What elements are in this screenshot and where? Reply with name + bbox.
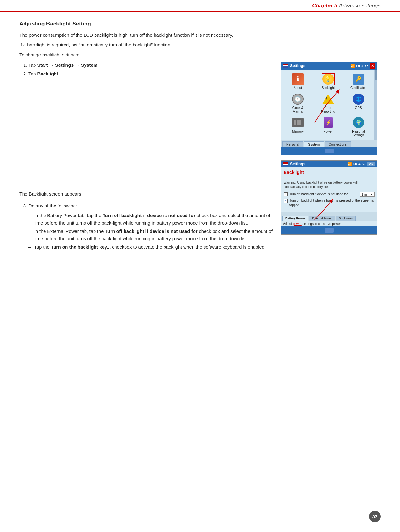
sub-step-1: In the Battery Power tab, tap the Turn o… — [28, 212, 273, 226]
wm-bottom-text: Adjust power settings to conserve power. — [281, 221, 377, 226]
wm-titlebar-1: Settings 📶 Fn 4:57 ✕ — [281, 62, 377, 70]
wm-icon-power[interactable]: ⚡ Power — [314, 116, 342, 137]
memory-chip — [294, 120, 296, 125]
step-1: Tap Start → Settings → System. — [28, 62, 273, 69]
wm-flag-icon-2 — [283, 162, 288, 166]
wm-icon-grid: ℹ About 💡 Backligh — [281, 70, 377, 140]
right-column: Settings 📶 Fn 4:57 ✕ — [281, 62, 381, 252]
wm-checkbox-1-label: Turn off backlight if device is not used… — [289, 192, 359, 196]
left-column: Tap Start → Settings → System. Tap Backl… — [19, 62, 273, 252]
wm-icon-gps[interactable]: 🌐 GPS — [344, 93, 373, 113]
wm-taskbar-1 — [281, 147, 377, 155]
wm-icon-about[interactable]: ℹ About — [284, 73, 312, 90]
screenshot-backlight-settings: Settings 📶 Fn 4:59 ok Backlight Warning:… — [281, 160, 377, 235]
wm-taskbar-2 — [281, 226, 377, 234]
regional-label: RegionalSettings — [352, 130, 365, 137]
wm-scrollbar-1[interactable] — [374, 70, 377, 140]
wm-tab-battery-power[interactable]: Battery Power — [282, 216, 308, 221]
wm-ok-button[interactable]: ok — [367, 162, 375, 166]
para2: If a backlight is required, set “automat… — [19, 41, 381, 48]
step2-bold: Backlight — [37, 71, 58, 76]
wm-titlebar-2: Settings 📶 Fn 4:59 ok — [281, 161, 377, 167]
memory-chip2 — [297, 120, 299, 125]
wm-tab-system[interactable]: System — [304, 141, 324, 147]
gps-icon: 🌐 — [356, 96, 361, 102]
wm-titlebar-left-1: Settings — [283, 64, 305, 68]
step-2: Tap Backlight. — [28, 70, 273, 77]
para3: To change backlight settings: — [19, 51, 381, 58]
error-icon: ! — [326, 97, 327, 101]
wm-tab-external-power[interactable]: External Power — [309, 216, 335, 221]
wm-checkbox-1[interactable] — [284, 192, 288, 196]
memory-chip3 — [299, 120, 301, 125]
wm-checkbox-row-1: Turn off backlight if device is not used… — [284, 192, 375, 197]
wm-icon-memory[interactable]: Memory — [284, 116, 312, 137]
wm-icon-certificates[interactable]: 🔑 Certificates — [344, 73, 373, 90]
wm-checkbox-row-2: Turn on backlight when a button is press… — [284, 198, 375, 207]
wm-flag-icon — [283, 64, 288, 68]
wm-error-icon-box: ! — [322, 93, 335, 105]
memory-label: Memory — [292, 130, 304, 133]
wm-memory-icon-box — [291, 116, 304, 129]
wm-backlight-content: Backlight Warning: Using backlight while… — [281, 167, 377, 212]
wm-titlebar-left-2: Settings — [283, 162, 305, 166]
wm-icons-2: 📶 Fn 4:59 ok — [347, 162, 375, 166]
backlight-label: Backlight — [322, 86, 335, 90]
wm-warning-text: Warning: Using backlight while on batter… — [284, 180, 375, 189]
wm-backlight-title: Backlight — [284, 170, 375, 176]
wm-dropdown-arrow: ▼ — [370, 193, 373, 196]
wm-power-link[interactable]: power — [293, 222, 302, 226]
about-label: About — [294, 86, 302, 90]
gps-label: GPS — [355, 106, 362, 110]
sub-step-1-bold: Turn off backlight if device is not used… — [103, 213, 195, 218]
step1-bold: Start → Settings → System — [37, 63, 97, 68]
wm-icons-1: 📶 Fn 4:57 ✕ — [350, 63, 375, 69]
certs-label: Certificates — [350, 86, 366, 90]
sub-step-2-bold: Turn off backlight if device is not used… — [105, 229, 197, 234]
wm-icon-error[interactable]: ! ErrorReporting — [314, 93, 342, 113]
wm-tab-brightness[interactable]: Brightness — [336, 216, 356, 221]
wm-regional-icon-box: 🌍 — [352, 116, 365, 129]
screenshot-settings-grid: Settings 📶 Fn 4:57 ✕ — [281, 62, 377, 155]
wm-dropdown-time[interactable]: 1 min ▼ — [360, 192, 375, 197]
wm-icon-regional[interactable]: 🌍 RegionalSettings — [344, 116, 373, 137]
wm-keyboard-icon-2 — [325, 228, 334, 233]
wm-keyboard-icon-1 — [325, 149, 334, 153]
backlight-icon: 💡 — [325, 75, 332, 83]
wm-tabs-2: Battery Power External Power Brightness — [281, 214, 377, 221]
wm-power-icon-box: ⚡ — [322, 116, 335, 129]
wm-icon-clock[interactable]: 🕐 Clock &Alarms — [284, 93, 312, 113]
wm-tab-connections[interactable]: Connections — [325, 141, 351, 147]
sub-step-3-bold: Turn on the backlight key... — [51, 245, 111, 250]
para1: The power consumption of the LCD backlig… — [19, 32, 381, 39]
wm-dropdown-value: 1 min — [362, 193, 369, 196]
wm-time-2: 4:59 — [358, 162, 365, 166]
wm-time-1: 4:57 — [361, 64, 368, 68]
error-label: ErrorReporting — [321, 106, 335, 113]
clock-icon: 🕐 — [295, 96, 301, 102]
wm-backlight-icon-box: 💡 — [322, 73, 335, 85]
wm-tabs-1: Personal System Connections — [281, 140, 377, 147]
step-3: Do any of the following: In the Battery … — [28, 202, 273, 251]
wm-divider — [284, 178, 375, 178]
sub-step-3: Tap the Turn on the backlight key... che… — [28, 244, 273, 251]
wm-fn-label: Fn — [356, 64, 360, 68]
wm-checkbox-1-content: Turn off backlight if device is not used… — [289, 192, 375, 197]
wm-icon-backlight[interactable]: 💡 Backlight — [314, 73, 342, 90]
sub-step-2: In the External Power tab, tap the Turn … — [28, 228, 273, 242]
page-header: Chapter 5 Advance settings — [0, 0, 400, 12]
wm-fn-label-2: Fn — [353, 162, 357, 166]
power-icon: ⚡ — [325, 120, 331, 125]
spacer-for-screenshot1 — [19, 81, 273, 190]
about-icon: ℹ — [297, 75, 299, 83]
wm-signal-icon-2: 📶 — [347, 162, 352, 166]
power-label: Power — [324, 130, 333, 133]
wm-checkbox-2-label: Turn on backlight when a button is press… — [289, 198, 375, 207]
wm-tab-personal[interactable]: Personal — [282, 141, 303, 147]
wm-checkbox-2[interactable] — [284, 199, 288, 203]
wm-clock-icon-box: 🕐 — [291, 93, 304, 105]
steps-list-continued: Do any of the following: In the Battery … — [19, 202, 273, 251]
wm-certs-icon-box: 🔑 — [352, 73, 365, 85]
wm-scrollbar-thumb-1 — [375, 70, 377, 80]
wm-close-button-1[interactable]: ✕ — [370, 63, 375, 69]
